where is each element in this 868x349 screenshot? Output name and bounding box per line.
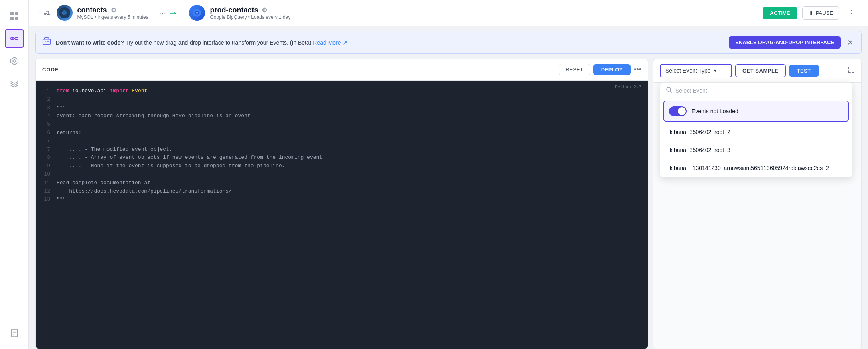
dropdown-item-kibana1[interactable]: _kibana_3506402_root_2 bbox=[660, 123, 852, 141]
up-arrow-icon: ↑ bbox=[39, 10, 41, 16]
svg-point-19 bbox=[45, 41, 46, 43]
sidebar-item-dashboard[interactable] bbox=[5, 6, 24, 26]
destination-settings-icon[interactable]: ⚙ bbox=[262, 7, 267, 14]
code-line-10: 10 bbox=[42, 170, 641, 179]
destination-icon bbox=[189, 5, 205, 21]
destination-pipeline: prod-contacts ⚙ Google BigQuery • Loads … bbox=[189, 5, 290, 21]
code-panel: CODE RESET DEPLOY ••• Python 2.7 1 from … bbox=[35, 59, 648, 349]
source-name: contacts ⚙ bbox=[77, 6, 148, 14]
svg-rect-0 bbox=[10, 12, 14, 15]
svg-marker-9 bbox=[12, 59, 16, 62]
kibana3-label: _kibana__130141230_arnawsiam565113605924… bbox=[667, 165, 829, 171]
svg-line-23 bbox=[670, 91, 671, 92]
code-line-9: 9 .... - None if the event is supposed t… bbox=[42, 162, 641, 170]
sidebar-item-models[interactable] bbox=[5, 51, 24, 71]
expand-button[interactable] bbox=[848, 66, 855, 75]
select-event-dropdown[interactable]: Select Event Type ▾ bbox=[660, 64, 732, 77]
code-line-12: 12 https://docs.hevodata.com/pipelines/t… bbox=[42, 187, 641, 196]
content-area: CODE RESET DEPLOY ••• Python 2.7 1 from … bbox=[35, 59, 862, 349]
deploy-button[interactable]: DEPLOY bbox=[593, 64, 631, 75]
banner-icon bbox=[42, 37, 51, 48]
header-actions: ACTIVE ⏸ PAUSE ⋮ bbox=[763, 6, 858, 20]
connector-arrow: ··· → bbox=[155, 7, 183, 18]
search-event-input[interactable] bbox=[675, 87, 846, 94]
pause-icon: ⏸ bbox=[808, 10, 813, 16]
select-event-label: Select Event Type bbox=[665, 67, 711, 74]
sidebar bbox=[0, 0, 29, 349]
reset-button[interactable]: RESET bbox=[559, 64, 590, 75]
kibana2-label: _kibana_3506402_root_3 bbox=[667, 147, 730, 153]
pause-button[interactable]: ⏸ PAUSE bbox=[802, 6, 839, 20]
source-subtitle: MySQL • Ingests every 5 minutes bbox=[77, 14, 148, 20]
svg-point-5 bbox=[16, 37, 18, 40]
code-line-2: 2 bbox=[42, 95, 641, 104]
svg-point-17 bbox=[196, 12, 198, 14]
code-line-6: 6 ▾ returns: bbox=[42, 129, 641, 146]
code-line-1: 1 from io.hevo.api import Event bbox=[42, 87, 641, 95]
banner-text: Don't want to write code? Try out the ne… bbox=[56, 39, 724, 46]
info-banner: Don't want to write code? Try out the ne… bbox=[35, 31, 862, 54]
svg-rect-1 bbox=[15, 12, 18, 15]
external-link-icon: ↗ bbox=[343, 39, 347, 46]
code-line-8: 8 .... - Array of event objects if new e… bbox=[42, 154, 641, 162]
source-pipeline: contacts ⚙ MySQL • Ingests every 5 minut… bbox=[57, 5, 148, 21]
destination-subtitle: Google BigQuery • Loads every 1 day bbox=[210, 14, 290, 20]
destination-name: prod-contacts ⚙ bbox=[210, 6, 290, 14]
source-settings-icon[interactable]: ⚙ bbox=[111, 7, 116, 14]
back-navigation[interactable]: ↑ #1 bbox=[39, 10, 50, 16]
more-options-button[interactable]: ⋮ bbox=[844, 6, 858, 19]
events-not-loaded-label: Events not Loaded bbox=[692, 108, 738, 114]
kibana1-label: _kibana_3506402_root_2 bbox=[667, 129, 730, 135]
right-panel-header: Select Event Type ▾ GET SAMPLE TEST bbox=[653, 59, 861, 83]
active-status-button[interactable]: ACTIVE bbox=[763, 7, 797, 19]
svg-rect-10 bbox=[11, 329, 17, 337]
dropdown-item-events-not-loaded[interactable]: Events not Loaded bbox=[663, 101, 849, 122]
arrow-icon: → bbox=[168, 7, 178, 18]
code-line-13: 13 """ bbox=[42, 195, 641, 204]
test-button[interactable]: TEST bbox=[789, 65, 819, 77]
source-info: contacts ⚙ MySQL • Ingests every 5 minut… bbox=[77, 6, 148, 20]
code-editor[interactable]: Python 2.7 1 from io.hevo.api import Eve… bbox=[36, 81, 648, 349]
code-more-button[interactable]: ••• bbox=[634, 65, 641, 74]
enable-dnd-button[interactable]: ENABLE DRAG-AND-DROP INTERFACE bbox=[729, 36, 841, 49]
sidebar-item-logs[interactable] bbox=[5, 323, 24, 343]
source-icon bbox=[57, 5, 73, 21]
sidebar-item-pipelines[interactable] bbox=[5, 29, 24, 48]
read-more-link[interactable]: Read More ↗ bbox=[313, 39, 347, 46]
dropdown-item-kibana2[interactable]: _kibana_3506402_root_3 bbox=[660, 141, 852, 159]
code-label: CODE bbox=[42, 67, 59, 73]
toggle-events-not-loaded[interactable] bbox=[669, 106, 687, 116]
search-icon bbox=[666, 87, 672, 95]
banner-close-button[interactable]: ✕ bbox=[846, 37, 855, 49]
code-line-3: 3 """ bbox=[42, 104, 641, 112]
code-line-7: 7 .... - The modified event object. bbox=[42, 146, 641, 154]
chevron-down-icon: ▾ bbox=[714, 68, 716, 73]
code-panel-header: CODE RESET DEPLOY ••• bbox=[36, 59, 648, 81]
right-panel: Select Event Type ▾ GET SAMPLE TEST bbox=[653, 59, 862, 349]
code-actions: RESET DEPLOY ••• bbox=[559, 64, 641, 75]
event-type-dropdown-panel: Events not Loaded _kibana_3506402_root_2… bbox=[660, 82, 852, 178]
sidebar-item-layers[interactable] bbox=[5, 74, 24, 93]
main-content: ↑ #1 contacts ⚙ MySQL • Ingests every 5 … bbox=[29, 0, 868, 349]
code-language-label: Python 2.7 bbox=[615, 84, 641, 91]
destination-info: prod-contacts ⚙ Google BigQuery • Loads … bbox=[210, 6, 290, 20]
code-line-5: 5 bbox=[42, 120, 641, 129]
code-line-11: 11 Read complete documentation at: bbox=[42, 179, 641, 187]
pipeline-number: #1 bbox=[44, 10, 50, 16]
dropdown-search-container bbox=[660, 83, 852, 99]
svg-rect-2 bbox=[10, 17, 14, 20]
dropdown-item-kibana3[interactable]: _kibana__130141230_arnawsiam565113605924… bbox=[660, 159, 852, 177]
code-line-4: 4 event: each record streaming through H… bbox=[42, 112, 641, 120]
svg-point-4 bbox=[10, 37, 13, 40]
header-bar: ↑ #1 contacts ⚙ MySQL • Ingests every 5 … bbox=[29, 0, 868, 26]
get-sample-button[interactable]: GET SAMPLE bbox=[735, 64, 786, 77]
dots-icon: ··· bbox=[160, 10, 167, 16]
svg-rect-3 bbox=[15, 17, 18, 20]
